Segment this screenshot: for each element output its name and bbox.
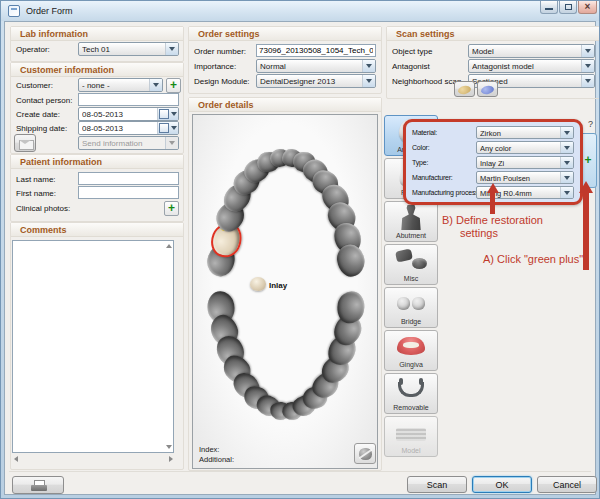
comments-textarea[interactable] (12, 240, 174, 453)
shipping-date-label: Shipping date: (16, 124, 67, 133)
lab-information-header: Lab information (11, 27, 183, 41)
manufacturer-label: Manufacturer: (412, 174, 453, 181)
cancel-button[interactable]: Cancel (537, 476, 597, 493)
scroll-right-icon[interactable] (169, 456, 173, 462)
annotation-arrow-a-shaft (583, 192, 589, 270)
view-toggle-button[interactable] (354, 443, 376, 464)
color-label: Color: (412, 144, 429, 151)
print-button[interactable] (12, 476, 64, 494)
importance-value: Normal (260, 62, 361, 71)
calendar-icon (157, 122, 178, 134)
annotation-a-text: A) Click "green plus" (483, 253, 583, 265)
order-details-header: Order details (189, 98, 381, 112)
chevron-down-icon (560, 142, 573, 153)
lower-jaw-toggle-button[interactable] (477, 81, 498, 97)
minimize-button[interactable] (540, 1, 558, 14)
scan-button[interactable]: Scan (407, 476, 467, 493)
material-label: Material: (412, 129, 437, 136)
customer-value: - none - (82, 81, 148, 90)
operator-select[interactable]: Tech 01 (78, 42, 179, 56)
type-select[interactable]: Inlay Zi (476, 156, 574, 169)
comments-header: Comments (11, 223, 183, 237)
lower-jaw-icon (480, 85, 494, 96)
send-info-button[interactable] (14, 134, 36, 152)
annotation-b-line1: B) Define restoration (442, 214, 543, 226)
category-label: Model (385, 447, 437, 454)
chevron-down-icon (560, 172, 573, 183)
operator-value: Tech 01 (82, 45, 164, 54)
additional-label: Additional: (199, 455, 234, 464)
patient-information-header: Patient information (11, 155, 183, 169)
color-select[interactable]: Any color (476, 141, 574, 154)
chevron-down-icon (560, 187, 573, 198)
last-name-label: Last name: (16, 175, 56, 184)
scan-settings-header: Scan settings (387, 27, 600, 41)
close-icon: × (579, 1, 596, 13)
misc-icon (395, 248, 427, 274)
design-module-select[interactable]: DentalDesigner 2013 (256, 74, 376, 88)
maximize-icon (565, 4, 572, 10)
create-date-picker[interactable]: 08-05-2013 (78, 107, 179, 121)
category-label: Removable (385, 404, 437, 411)
add-customer-button[interactable]: + (166, 78, 181, 93)
material-select[interactable]: Zirkon (476, 126, 574, 139)
contact-person-label: Contact person: (16, 96, 72, 105)
design-module-label: Design Module: (194, 77, 250, 86)
annotation-b-line2: settings (460, 227, 498, 239)
minimize-icon (545, 8, 553, 10)
category-abutment-button[interactable]: Abutment (384, 201, 438, 242)
gingiva-icon (397, 337, 425, 355)
shipping-date-value: 08-05-2013 (82, 124, 164, 133)
order-number-input[interactable] (256, 44, 376, 57)
plus-icon: + (168, 201, 175, 215)
tooth[interactable] (335, 242, 367, 278)
scroll-left-icon[interactable] (14, 456, 18, 462)
manufacturing-process-label: Manufacturing process: (412, 189, 480, 196)
category-misc-button[interactable]: Misc (384, 244, 438, 285)
object-type-select[interactable]: Model (468, 44, 595, 58)
object-type-value: Model (472, 47, 580, 56)
scroll-down-icon[interactable] (166, 445, 172, 449)
dialog-body: Lab information Operator: Tech 01 Custom… (4, 21, 596, 495)
send-information-value: Send information (82, 139, 164, 148)
category-removable-button[interactable]: Removable (384, 373, 438, 414)
footer-divider (9, 471, 591, 472)
color-value: Any color (480, 144, 559, 153)
close-button[interactable]: × (578, 1, 597, 14)
bridge-icon (397, 297, 425, 312)
importance-select[interactable]: Normal (256, 59, 376, 73)
antagonist-value: Antagonist model (472, 62, 580, 71)
calendar-icon (157, 108, 178, 120)
scroll-up-icon[interactable] (166, 244, 172, 248)
category-label: Bridge (385, 318, 437, 325)
maximize-button[interactable] (559, 1, 577, 14)
chevron-down-icon (165, 137, 178, 149)
ok-button[interactable]: OK (472, 476, 532, 493)
order-number-label: Order number: (194, 47, 246, 56)
tooth-chart[interactable]: Inlay Index: Additional: (192, 114, 378, 469)
category-bridge-button[interactable]: Bridge (384, 287, 438, 328)
plus-icon: + (170, 78, 177, 92)
contact-person-input[interactable] (78, 93, 179, 106)
upper-jaw-toggle-button[interactable] (454, 81, 475, 97)
manufacturer-value: Martin Poulsen (480, 174, 559, 183)
category-gingiva-button[interactable]: Gingiva (384, 330, 438, 371)
teeth-layer (193, 115, 377, 468)
importance-label: Importance: (194, 62, 236, 71)
green-plus-icon: + (584, 153, 591, 167)
shipping-date-picker[interactable]: 08-05-2013 (78, 121, 179, 135)
material-value: Zirkon (480, 129, 559, 138)
titlebar[interactable]: Order Form × (1, 1, 599, 21)
last-name-input[interactable] (78, 172, 179, 185)
add-clinical-photo-button[interactable]: + (164, 201, 179, 216)
first-name-input[interactable] (78, 186, 179, 199)
order-settings-header: Order settings (189, 27, 381, 41)
chevron-down-icon (149, 79, 162, 91)
model-icon (396, 428, 426, 441)
customer-select[interactable]: - none - (78, 78, 163, 92)
printer-body-icon (31, 485, 47, 491)
removable-icon (398, 382, 424, 397)
antagonist-select[interactable]: Antagonist model (468, 59, 595, 73)
help-link[interactable]: ? (588, 119, 593, 129)
customer-information-header: Customer information (11, 63, 183, 77)
